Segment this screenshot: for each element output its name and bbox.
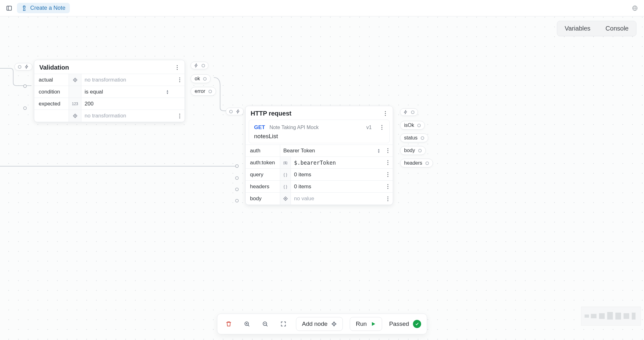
http-trigger-port[interactable] — [226, 108, 244, 115]
port-ring-icon — [417, 124, 421, 127]
validation-output-ok[interactable]: ok — [191, 74, 211, 83]
run-button[interactable]: Run — [350, 317, 382, 331]
port-ring-icon — [229, 110, 233, 113]
row-menu[interactable] — [385, 195, 390, 202]
validation-node-title: Validation — [39, 64, 69, 71]
http-row-auth: auth Bearer Token ▴▾ — [246, 145, 393, 157]
row-label: auth — [246, 145, 280, 156]
row-label: body — [246, 193, 280, 205]
add-node-button[interactable]: Add node — [296, 317, 343, 331]
http-endpoint-menu[interactable] — [379, 124, 384, 131]
object-badge-icon: { } — [280, 169, 291, 180]
port-ring-icon — [418, 149, 422, 152]
row-value[interactable]: Bearer Token — [280, 145, 373, 156]
port-ring-icon — [411, 110, 414, 114]
row-menu[interactable] — [385, 183, 390, 190]
http-output-body[interactable]: body — [400, 146, 426, 155]
validation-row-expected: expected 123 200 — [34, 98, 185, 110]
select-caret-icon[interactable]: ▴▾ — [167, 89, 171, 94]
tab-console[interactable]: Console — [598, 21, 636, 36]
row-menu[interactable] — [177, 112, 182, 120]
workspace-title-pill[interactable]: Create a Note — [17, 3, 70, 13]
http-row-query: query { } 0 items — [246, 169, 393, 181]
fit-view-button[interactable] — [278, 318, 289, 330]
http-input-handle-4[interactable] — [235, 199, 239, 202]
transform-icon[interactable] — [280, 193, 291, 205]
http-row-auth-token: auth:token {$} $.bearerToken — [246, 157, 393, 169]
http-row-headers: headers { } 0 items — [246, 181, 393, 193]
transform-icon[interactable] — [69, 74, 81, 86]
globe-icon[interactable] — [630, 3, 640, 13]
row-value[interactable]: 0 items — [291, 181, 383, 192]
transform-icon[interactable] — [69, 110, 81, 122]
validation-node[interactable]: Validation actual no transformation cond… — [34, 60, 185, 122]
http-node-menu[interactable] — [383, 110, 388, 117]
port-ring-icon — [425, 162, 429, 165]
type-badge — [69, 86, 81, 98]
http-method: GET — [254, 124, 265, 131]
svg-point-7 — [285, 198, 286, 199]
status-passed-icon — [413, 320, 421, 328]
bolt-icon — [194, 63, 198, 68]
http-endpoint-name: notesList — [254, 133, 384, 140]
http-input-handle-3[interactable] — [235, 188, 239, 191]
right-panel-tabs: Variables Console — [557, 21, 636, 36]
row-menu[interactable] — [177, 76, 182, 83]
http-api-version: v1 — [366, 125, 372, 130]
type-badge-number: 123 — [69, 98, 81, 110]
svg-line-13 — [266, 325, 268, 326]
http-request-node[interactable]: HTTP request GET Note Taking API Mock v1… — [245, 106, 393, 205]
http-input-handle-1[interactable] — [235, 164, 239, 168]
bolt-icon — [25, 65, 29, 69]
add-node-icon — [331, 321, 337, 327]
row-value[interactable]: no transformation — [81, 74, 175, 86]
zoom-out-button[interactable] — [259, 318, 271, 330]
panel-toggle-icon[interactable] — [4, 3, 14, 13]
http-api-name: Note Taking API Mock — [269, 125, 319, 130]
row-value[interactable]: no value — [291, 193, 383, 205]
workspace-title: Create a Note — [30, 5, 65, 11]
tab-variables[interactable]: Variables — [557, 21, 598, 36]
validation-input-handle-1[interactable] — [23, 84, 27, 88]
http-output-isok[interactable]: isOk — [400, 121, 425, 130]
validation-node-menu[interactable] — [175, 64, 180, 71]
row-label: headers — [246, 181, 280, 192]
http-input-handle-2[interactable] — [235, 176, 239, 180]
validation-input-handle-2[interactable] — [23, 106, 27, 110]
validation-run-port[interactable] — [191, 62, 208, 69]
row-label: expected — [34, 98, 69, 110]
http-run-port[interactable] — [400, 108, 418, 116]
port-ring-icon — [208, 90, 212, 93]
http-node-title: HTTP request — [251, 110, 291, 117]
delete-button[interactable] — [223, 318, 234, 330]
row-label: query — [246, 169, 280, 180]
zoom-in-button[interactable] — [241, 318, 253, 330]
canvas[interactable]: Variables Console Validation actual — [0, 16, 644, 340]
row-value[interactable]: is equal ▴▾ — [81, 86, 175, 98]
svg-point-6 — [75, 116, 75, 116]
play-icon — [370, 321, 376, 327]
upstream-trigger-port[interactable] — [14, 63, 32, 71]
row-value[interactable]: 0 items — [291, 169, 383, 180]
validation-output-error[interactable]: error — [191, 87, 216, 96]
row-label: auth:token — [246, 157, 280, 168]
row-value[interactable]: 200 — [81, 98, 175, 110]
row-value[interactable]: $.bearerToken — [291, 157, 383, 168]
http-output-status[interactable]: status — [400, 133, 428, 142]
run-status: Passed — [389, 320, 421, 328]
row-value[interactable]: no transformation — [81, 110, 175, 122]
row-menu[interactable] — [385, 171, 390, 178]
port-ring-icon — [18, 65, 21, 69]
port-ring-icon — [203, 77, 207, 81]
http-endpoint-summary[interactable]: GET Note Taking API Mock v1 notesList — [249, 120, 390, 143]
http-output-headers[interactable]: headers — [400, 159, 433, 167]
minimap[interactable] — [581, 307, 641, 326]
select-caret-icon[interactable]: ▴▾ — [378, 148, 383, 153]
validation-row-transform: no transformation — [34, 110, 185, 122]
validation-row-condition: condition is equal ▴▾ — [34, 86, 185, 98]
port-ring-icon — [421, 136, 424, 140]
row-menu[interactable] — [385, 159, 390, 166]
svg-point-5 — [75, 79, 75, 80]
row-menu[interactable] — [385, 147, 390, 154]
object-badge-icon: { } — [280, 181, 291, 192]
